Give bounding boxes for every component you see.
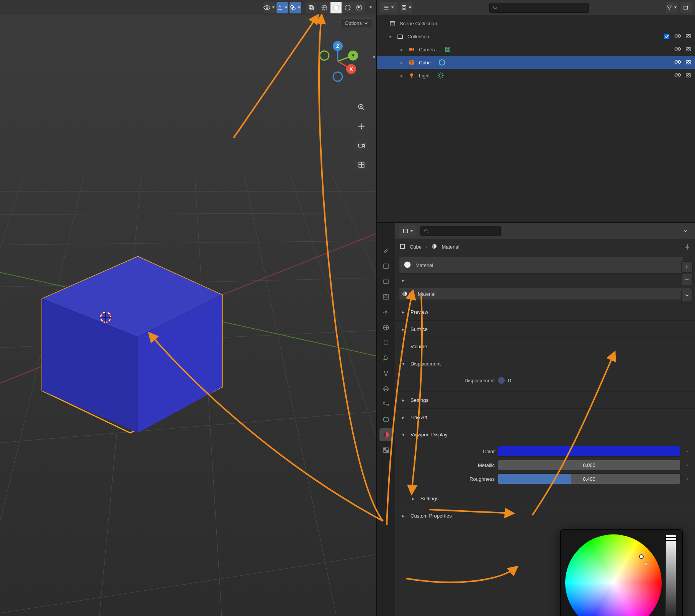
- svg-rect-102: [404, 229, 408, 233]
- nav-gizmo[interactable]: X Y Z: [315, 38, 361, 84]
- section-displacement[interactable]: ▾Displacement: [395, 355, 695, 372]
- overlay-toggle[interactable]: [289, 2, 301, 13]
- shading-rendered[interactable]: [353, 2, 365, 13]
- tab-render[interactable]: [379, 260, 392, 273]
- svg-point-90: [385, 311, 387, 313]
- roughness-slider[interactable]: 0.400: [498, 473, 680, 484]
- shading-wireframe[interactable]: [319, 2, 330, 13]
- pin-icon[interactable]: [684, 243, 691, 251]
- section-volume[interactable]: ▸Volume: [395, 338, 695, 355]
- animate-dot[interactable]: •: [684, 462, 691, 468]
- outliner-editor-type[interactable]: [380, 2, 397, 13]
- camera-view-icon[interactable]: [354, 138, 369, 153]
- eye-icon[interactable]: [674, 33, 681, 41]
- viewport-color-row: Color •: [418, 444, 691, 458]
- material-slot[interactable]: Material: [399, 257, 684, 274]
- outliner-collection[interactable]: ▾ Collection: [377, 30, 695, 43]
- color-wheel[interactable]: ↖: [565, 534, 662, 616]
- tab-viewlayer[interactable]: [379, 290, 392, 303]
- svg-rect-73: [445, 47, 450, 52]
- outliner-item-light[interactable]: ▸ Light: [377, 69, 695, 82]
- render-icon[interactable]: [685, 72, 692, 80]
- outliner-search[interactable]: [489, 3, 589, 13]
- eye-icon[interactable]: [674, 59, 681, 67]
- eye-icon[interactable]: [674, 46, 681, 54]
- material-slot-menu[interactable]: [681, 290, 693, 301]
- cube-mesh[interactable]: [23, 245, 230, 437]
- properties-search-input[interactable]: [431, 228, 497, 234]
- properties-editor-type[interactable]: [399, 225, 417, 237]
- tab-physics[interactable]: [379, 382, 392, 395]
- tab-texture[interactable]: [379, 444, 392, 457]
- svg-rect-86: [384, 264, 388, 269]
- material-browse[interactable]: ▾: [399, 288, 414, 300]
- svg-text:Y: Y: [352, 53, 355, 59]
- xray-toggle[interactable]: [306, 2, 317, 13]
- shading-solid[interactable]: [330, 2, 342, 13]
- svg-point-85: [688, 74, 690, 76]
- expand-slots[interactable]: ▸: [395, 276, 695, 285]
- svg-line-63: [496, 8, 497, 9]
- properties-options[interactable]: [680, 225, 691, 237]
- n-panel-toggle[interactable]: ◂: [372, 54, 375, 59]
- gizmo-toggle[interactable]: [276, 2, 288, 13]
- tab-particles[interactable]: [379, 367, 392, 380]
- tab-modifiers[interactable]: [379, 352, 392, 365]
- section-settings2[interactable]: ▸Settings: [395, 490, 695, 507]
- shading-options-dropdown[interactable]: [366, 2, 374, 13]
- pan-icon[interactable]: [354, 119, 369, 134]
- section-viewport-display[interactable]: ▾Viewport Display: [395, 426, 695, 443]
- section-surface[interactable]: ▸Surface: [395, 321, 695, 337]
- animate-dot[interactable]: •: [684, 476, 691, 482]
- outliner-new-collection[interactable]: [680, 2, 692, 13]
- outliner-display-mode[interactable]: [401, 2, 412, 13]
- eye-icon[interactable]: [674, 72, 681, 80]
- outliner-filter[interactable]: [666, 2, 677, 13]
- section-settings[interactable]: ▸Settings: [395, 392, 695, 408]
- section-custom-props[interactable]: ▸Custom Properties: [395, 507, 695, 524]
- value-slider[interactable]: [666, 534, 676, 616]
- tab-material[interactable]: [379, 428, 392, 441]
- node-socket-icon[interactable]: [498, 377, 505, 384]
- material-name-field[interactable]: Material: [414, 288, 691, 300]
- tab-constraints[interactable]: [379, 398, 392, 411]
- outliner-scene-collection[interactable]: Scene Collection: [377, 17, 695, 30]
- render-icon[interactable]: [685, 59, 692, 67]
- tab-output[interactable]: [379, 275, 392, 288]
- collection-enable-checkbox[interactable]: [664, 34, 669, 39]
- color-label: Color: [418, 449, 495, 454]
- section-viewport-display-label: Viewport Display: [410, 432, 448, 437]
- add-material-slot[interactable]: +: [681, 261, 693, 273]
- viewport-options-pulldown[interactable]: Options: [340, 18, 372, 28]
- animate-dot[interactable]: •: [684, 449, 691, 454]
- light-label: Light: [419, 73, 430, 79]
- breadcrumb-material[interactable]: Material: [442, 244, 459, 250]
- zoom-icon[interactable]: [354, 100, 369, 115]
- properties-search[interactable]: [420, 226, 501, 236]
- tab-data[interactable]: [379, 413, 392, 426]
- outliner-tree[interactable]: Scene Collection ▾ Collection ▸: [377, 15, 695, 222]
- perspective-icon[interactable]: [354, 157, 369, 172]
- color-picker-popup[interactable]: ↖ RGB HSV Hex Hue0.664 Saturation0.947 V…: [560, 529, 683, 616]
- displacement-row: Displacement D: [418, 374, 691, 387]
- breadcrumb-object[interactable]: Cube: [410, 244, 422, 250]
- viewport-color-field[interactable]: [498, 446, 680, 457]
- tab-scene[interactable]: [379, 306, 392, 319]
- tab-object[interactable]: [379, 336, 392, 349]
- remove-material-slot[interactable]: −: [681, 274, 693, 285]
- render-icon[interactable]: [685, 33, 692, 41]
- tab-tool[interactable]: [379, 244, 392, 257]
- render-icon[interactable]: [685, 46, 692, 54]
- shading-material[interactable]: [342, 2, 353, 13]
- outliner-item-cube[interactable]: ▸ Cube: [377, 56, 695, 69]
- section-lineart[interactable]: ▸Line Art: [395, 409, 695, 426]
- outliner-item-camera[interactable]: ▸ Camera: [377, 43, 695, 56]
- section-preview[interactable]: ▸Preview: [395, 303, 695, 320]
- tab-world[interactable]: [379, 321, 392, 334]
- metallic-slider[interactable]: 0.000: [498, 460, 680, 470]
- svg-rect-106: [401, 244, 405, 248]
- outliner-search-input[interactable]: [500, 4, 585, 11]
- viewport-3d[interactable]: Options ◂: [0, 0, 377, 616]
- color-wheel-cursor[interactable]: [639, 554, 644, 559]
- visibility-menu[interactable]: [263, 2, 275, 13]
